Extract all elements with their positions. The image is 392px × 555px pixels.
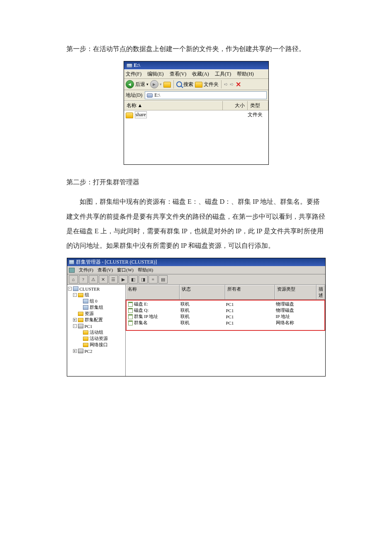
collapse-icon[interactable]: - (73, 324, 77, 328)
folder-icon (126, 112, 133, 118)
cell-owner: PC1 (226, 308, 276, 313)
cluster-menu-help[interactable]: 帮助(H) (138, 267, 153, 273)
col-desc[interactable]: 描述 (317, 285, 325, 299)
tree-pc1[interactable]: - PC1 (67, 323, 125, 329)
collapse-icon[interactable]: - (68, 287, 72, 291)
up-button[interactable] (163, 81, 171, 87)
search-label: 搜索 (183, 81, 193, 88)
cell-state: 联机 (180, 320, 226, 326)
cell-state: 联机 (180, 307, 226, 313)
col-state[interactable]: 状态 (180, 285, 225, 299)
folder-icon (78, 293, 83, 297)
tree-resources[interactable]: 资源 (67, 311, 125, 317)
menu-view[interactable]: 查看(V) (170, 71, 187, 78)
mdi-child-icon (69, 268, 75, 273)
tree-cluster-group[interactable]: 群集组 (67, 304, 125, 311)
group-icon (83, 305, 88, 310)
toolbar-button[interactable]: ⌂ (69, 275, 78, 284)
table-row[interactable]: 群集名 联机 PC1 网络名称 (127, 320, 324, 326)
explorer-menubar: 文件(F) 编辑(E) 查看(V) 收藏(A) 工具(T) 帮助(H) (124, 69, 268, 79)
cell-type: 物理磁盘 (276, 301, 317, 307)
explorer-addressbar: 地址(D) E:\ (124, 90, 268, 101)
cell-name: 群集 IP 地址 (134, 313, 158, 320)
cell-owner: PC1 (226, 314, 276, 319)
cluster-menu-file[interactable]: 文件(F) (79, 267, 93, 273)
cluster-titlebar: 群集管理器 - [CLUSTER (CLUSTER)] (67, 258, 325, 266)
menu-edit[interactable]: 编辑(E) (147, 71, 163, 78)
tree-groups[interactable]: - 组 (67, 292, 125, 298)
table-row[interactable]: 群集 IP 地址 联机 PC1 IP 地址 (127, 313, 324, 320)
toolbar-button[interactable]: ⚠ (89, 275, 98, 284)
move-to-icon[interactable]: ➪ (224, 81, 228, 88)
tree-root[interactable]: - CLUSTER (67, 286, 125, 292)
col-name[interactable]: 名称 ▲ (124, 101, 223, 110)
toolbar-button[interactable]: ◨ (139, 275, 148, 284)
back-button[interactable]: ◄ 后退 ▾ (126, 80, 149, 88)
col-owner[interactable]: 所有者 (225, 285, 275, 299)
drive-icon (127, 64, 132, 68)
list-item[interactable]: share 文件夹 (124, 110, 268, 119)
toolbar-button[interactable]: ◧ (129, 275, 138, 284)
toolbar-button[interactable]: ☰ (109, 275, 118, 284)
toolbar-button[interactable]: ? (79, 275, 88, 284)
tree-label: 组 0 (90, 298, 97, 304)
cell-name: 磁盘 E: (134, 301, 149, 307)
menu-file[interactable]: 文件(F) (126, 71, 142, 78)
search-icon (176, 81, 182, 87)
item-name: share (135, 111, 147, 118)
tree-pc2[interactable]: + PC2 (67, 348, 125, 354)
toolbar-button[interactable]: ≡ (149, 275, 158, 284)
cell-owner: PC1 (226, 320, 276, 325)
col-name[interactable]: 名称 (126, 285, 180, 299)
expand-icon[interactable]: + (73, 349, 77, 353)
toolbar-button[interactable]: ✕ (99, 275, 108, 284)
folder-up-icon (163, 82, 171, 88)
col-size[interactable]: 大小 (223, 101, 248, 110)
back-label: 后退 (135, 81, 145, 88)
tree-network-interfaces[interactable]: 网络接口 (67, 342, 125, 348)
cluster-menu-view[interactable]: 查看(V) (97, 267, 113, 273)
delete-icon[interactable]: ✕ (236, 81, 241, 88)
search-button[interactable]: 搜索 (176, 81, 193, 88)
tree-group-0[interactable]: 组 0 (67, 298, 125, 304)
folders-icon (195, 82, 202, 88)
cell-state: 联机 (180, 301, 226, 307)
toolbar-button[interactable]: ▤ (158, 275, 168, 284)
tree-active-resources[interactable]: 活动资源 (67, 335, 125, 342)
collapse-icon[interactable]: - (73, 293, 77, 297)
menu-help[interactable]: 帮助(H) (237, 71, 254, 78)
explorer-toolbar: ◄ 后退 ▾ ► ▾ 搜索 文件夹 ➪ ➪ ✕ (124, 79, 268, 90)
tree-cluster-config[interactable]: + 群集配置 (67, 317, 125, 323)
drive-icon (147, 93, 153, 98)
dropdown-icon: ▾ (160, 82, 162, 86)
resource-icon (128, 320, 133, 325)
table-row[interactable]: 磁盘 Q: 联机 PC1 物理磁盘 (127, 307, 324, 313)
toolbar-button[interactable]: ▶ (119, 275, 128, 284)
menu-fav[interactable]: 收藏(A) (192, 71, 209, 78)
cluster-menu-window[interactable]: 窗口(W) (117, 267, 134, 273)
paragraph-body: 如图，群集组中现有的资源有：磁盘 E：、磁盘 D：、群集 IP 地址、群集名。要… (66, 194, 326, 253)
col-type[interactable]: 类型 (248, 101, 268, 110)
tree-active-groups[interactable]: 活动组 (67, 329, 125, 335)
explorer-title: E:\ (134, 62, 140, 68)
resource-icon (128, 308, 133, 313)
folder-icon (78, 312, 83, 316)
address-field[interactable]: E:\ (145, 91, 266, 99)
folders-button[interactable]: 文件夹 (195, 81, 219, 88)
folder-icon (83, 330, 88, 335)
forward-button[interactable]: ► ▾ (150, 80, 162, 88)
expand-icon[interactable]: + (73, 318, 77, 322)
tree-label: CLUSTER (80, 286, 100, 291)
computer-icon (78, 349, 83, 353)
tree-label: 活动资源 (90, 335, 108, 342)
paragraph-step-2: 第二步：打开集群管理器 (66, 175, 326, 189)
col-type[interactable]: 资源类型 (275, 285, 317, 299)
explorer-titlebar: E:\ (124, 61, 268, 69)
tree-label: PC2 (85, 349, 93, 354)
computer-icon (78, 324, 83, 328)
cluster-app-icon (69, 260, 74, 264)
copy-to-icon[interactable]: ➪ (230, 81, 234, 88)
menu-tools[interactable]: 工具(T) (215, 71, 231, 78)
table-row[interactable]: 磁盘 E: 联机 PC1 物理磁盘 (127, 301, 324, 307)
tree-label: 群集配置 (85, 317, 103, 323)
